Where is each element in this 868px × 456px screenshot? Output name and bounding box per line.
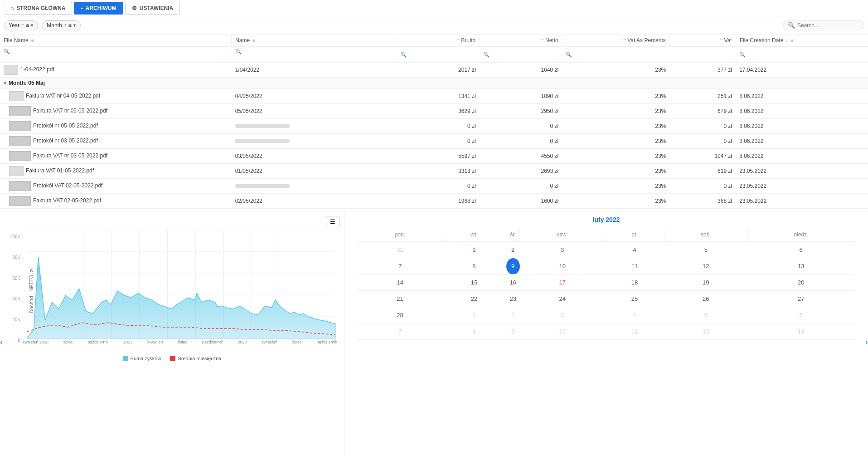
col-search-name-input[interactable] [235, 55, 393, 60]
table-row[interactable]: Protokół nr 05-05-2022.pdf 0 zł 0 zł 23%… [0, 119, 868, 134]
calendar-day[interactable]: 6 [747, 242, 854, 258]
calendar-day[interactable]: 20 [747, 275, 854, 291]
x-label-oct2020: październik [88, 340, 109, 344]
search-box[interactable]: 🔍 [783, 20, 864, 30]
year-sort-asc-icon: ↑ [21, 22, 24, 29]
legend-srednia-color [170, 356, 175, 361]
calendar-day[interactable]: 28 [358, 307, 442, 324]
calendar-day[interactable]: 8 [442, 324, 506, 340]
calendar-day[interactable]: 3 [520, 242, 605, 258]
month-filter-chip[interactable]: Month ↑ ≡ ▾ [42, 20, 80, 30]
nav-home-label: STRONA GŁÓWNA [16, 5, 65, 11]
col-header-vat-pct[interactable]: = Vat As Percents [562, 34, 669, 47]
table-row[interactable]: Faktura VAT 01-05-2022.pdf 01/05/2022 33… [0, 164, 868, 179]
table-row[interactable]: Faktura VAT nr 04-05-2022.pdf 04/05/2022… [0, 89, 868, 104]
col-header-netto[interactable]: = Netto [480, 34, 562, 47]
calendar-day[interactable]: 7 [358, 258, 442, 275]
calendar-day[interactable]: 18 [605, 275, 664, 291]
calendar-day[interactable]: 6 [747, 307, 854, 324]
calendar-day[interactable]: 16 [506, 275, 520, 291]
x-label-oct2021: październik [202, 340, 223, 344]
calendar-day[interactable]: 22 [442, 291, 506, 307]
calendar-next-button[interactable]: › [866, 338, 868, 346]
calendar-prev-button[interactable]: ‹ [0, 338, 2, 346]
calendar-day[interactable]: 23 [506, 291, 520, 307]
col-search-netto-icon: 🔍 [483, 52, 490, 57]
chart-svg [23, 230, 339, 338]
calendar-day[interactable]: 1 [442, 307, 506, 324]
calendar-day[interactable]: 4 [605, 242, 664, 258]
table-row[interactable]: Faktura VAT nr 05-05-2022.pdf 05/05/2022… [0, 104, 868, 119]
calendar-body: 3112345678910111213141516171819202122232… [358, 242, 854, 340]
filter-bar: Year ↑ ≡ ▾ Month ↑ ≡ ▾ 🔍 [0, 16, 868, 34]
calendar-day[interactable]: 17 [520, 275, 605, 291]
calendar-day[interactable]: 5 [664, 307, 747, 324]
calendar-day[interactable]: 10 [520, 258, 605, 275]
col-search-filename-input[interactable] [4, 55, 228, 60]
year-filter-icon: ≡ [26, 22, 29, 29]
calendar-day[interactable]: 13 [747, 324, 854, 340]
calendar-day[interactable]: 19 [664, 275, 747, 291]
year-chevron-down-icon: ▾ [31, 23, 33, 28]
calendar-day[interactable]: 7 [358, 324, 442, 340]
table-row[interactable]: Protokół VAT 02-05-2022.pdf 0 zł 0 zł 23… [0, 179, 868, 194]
calendar-day[interactable]: 3 [520, 307, 605, 324]
calendar-day[interactable]: 2 [506, 307, 520, 324]
legend-srednia: Średnia miesięczna [170, 356, 221, 361]
calendar-day[interactable]: 31 [358, 242, 442, 258]
table-row[interactable]: Protokół nr 03-05-2022.pdf 0 zł 0 zł 23%… [0, 134, 868, 149]
col-header-vat[interactable]: = Vat [669, 34, 736, 47]
calendar-week-row: 78910111213 [358, 258, 854, 275]
calendar-day[interactable]: 21 [358, 291, 442, 307]
col-header-filename[interactable]: File Name ≡ [0, 34, 232, 47]
nav-home-button[interactable]: ⌂ STRONA GŁÓWNA [4, 2, 72, 15]
year-filter-chip[interactable]: Year ↑ ≡ ▾ [4, 20, 38, 30]
calendar-day[interactable]: 8 [442, 258, 506, 275]
calendar-day[interactable]: 14 [358, 275, 442, 291]
calendar-day[interactable]: 9 [506, 324, 520, 340]
calendar-day[interactable]: 11 [605, 258, 664, 275]
chart-y-label: Dochód - NETTO, zł [29, 269, 34, 314]
calendar-day[interactable]: 13 [747, 258, 854, 275]
y-tick-80k: 80K [12, 255, 20, 260]
nav-archive-label: ARCHIWUM [86, 5, 116, 11]
calendar-day[interactable]: 4 [605, 307, 664, 324]
calendar-day[interactable]: 25 [605, 291, 664, 307]
nav-archive-button[interactable]: ▪ ARCHIWUM [74, 2, 123, 15]
nav-settings-button[interactable]: ⚙ USTAWIENIA [125, 2, 180, 15]
calendar-day[interactable]: 10 [520, 324, 605, 340]
calendar-day[interactable]: 1 [442, 242, 506, 258]
calendar-day[interactable]: 27 [747, 291, 854, 307]
table-group-row[interactable]: ▾Month: 05 Maj [0, 78, 868, 89]
calendar-day[interactable]: 24 [520, 291, 605, 307]
calendar-right-nav-area: › [863, 211, 868, 456]
calendar-day[interactable]: 15 [442, 275, 506, 291]
calendar-day[interactable]: 12 [664, 324, 747, 340]
table-row[interactable]: 1-04-2022.pdf 1/04/2022 2017 zł 1640 zł … [0, 63, 868, 78]
chart-legend: Suma zysków Średnia miesięczna [5, 356, 339, 361]
filename-filter-icon: ≡ [31, 38, 34, 43]
calendar-day[interactable]: 2 [506, 242, 520, 258]
table-row[interactable]: Faktura VAT 02-05-2022.pdf 02/05/2022 19… [0, 194, 868, 209]
calendar-day[interactable]: 11 [605, 324, 664, 340]
x-label-apr2022: kwiecień [262, 340, 277, 344]
calendar-day[interactable]: 26 [664, 291, 747, 307]
search-input[interactable] [797, 22, 861, 29]
y-tick-100k: 100K [10, 234, 20, 239]
col-header-date[interactable]: File Creation Date ↓ ≡ [736, 34, 868, 47]
calendar-weekday-header: pon. wt. śr. czw. pt. sob. niedz. [358, 228, 854, 242]
legend-suma: Suma zysków [123, 356, 161, 361]
calendar-day[interactable]: 5 [664, 242, 747, 258]
chart-menu-button[interactable]: ☰ [326, 216, 339, 227]
calendar-day[interactable]: 12 [664, 258, 747, 275]
col-header-brutto[interactable]: = Brutto [397, 34, 479, 47]
table-row[interactable]: Faktura VAT nr 03-05-2022.pdf 03/05/2022… [0, 149, 868, 164]
legend-suma-color [123, 356, 128, 361]
cal-dow-tue: wt. [442, 228, 506, 242]
calendar-day[interactable]: 9 [506, 258, 520, 275]
month-chevron-down-icon: ▾ [73, 23, 76, 28]
col-header-name[interactable]: Name ≡ [232, 34, 397, 47]
calendar-week-row: 78910111213 [358, 324, 854, 340]
calendar-week-row: 21222324252627 [358, 291, 854, 307]
cal-dow-fri: pt. [605, 228, 664, 242]
